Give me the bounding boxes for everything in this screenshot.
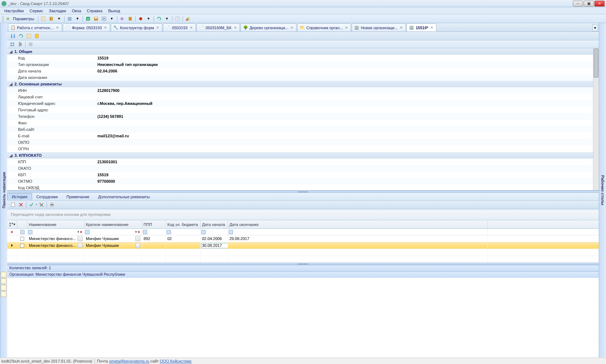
tab-neworg[interactable]: 🏢Новая организаци...✕ <box>352 23 406 31</box>
group-panel[interactable]: Перетащите сюда заголовок колонки для гр… <box>7 210 599 220</box>
cell-lookup-button[interactable] <box>135 236 140 241</box>
refresh-button[interactable] <box>17 32 25 40</box>
scroll-thumb[interactable] <box>594 49 598 77</box>
pg-row[interactable]: Телефон(1234) 567891 <box>7 113 599 120</box>
strip-icon-1[interactable] <box>1 272 6 278</box>
cell-lookup-button[interactable] <box>135 243 140 248</box>
tool-chart-icon[interactable] <box>184 15 192 22</box>
tab-close-icon[interactable]: ✕ <box>344 26 348 30</box>
tool-db-icon[interactable] <box>127 15 134 22</box>
tool-refresh-icon[interactable] <box>155 15 163 22</box>
table-row[interactable] <box>7 256 599 263</box>
filter-icon[interactable] <box>85 230 89 234</box>
new-button[interactable] <box>9 201 17 208</box>
filter-icon[interactable] <box>229 230 233 234</box>
tool-13[interactable]: ▾ <box>163 15 171 22</box>
filter-icon[interactable] <box>167 230 171 234</box>
tab-tree[interactable]: 🌳Дерево организаци...✕ <box>241 23 297 31</box>
tab-doc1[interactable]: 📄0503193✕ <box>163 23 196 31</box>
prop-value[interactable]: 213001001 <box>97 160 599 164</box>
tool-excel-icon[interactable]: X <box>84 15 92 22</box>
print-button[interactable] <box>48 201 56 208</box>
col-selector-button[interactable]: ▾ <box>7 220 17 228</box>
list-button[interactable] <box>25 32 32 40</box>
col-dend[interactable]: Дата окончания <box>228 220 488 228</box>
row-checkbox[interactable] <box>20 244 24 248</box>
col-short[interactable]: Краткое наименование <box>84 220 142 228</box>
strip-icon-4[interactable] <box>1 291 6 297</box>
pg-row[interactable]: ОКАТО <box>7 165 599 172</box>
collapse-icon[interactable]: ◢ <box>9 49 13 54</box>
tool-save-icon[interactable] <box>92 15 100 22</box>
pg-row[interactable]: E-mailmail123@mail.ru <box>7 133 599 139</box>
prop-value[interactable]: (1234) 567891 <box>97 114 599 119</box>
pg-section-header[interactable]: ◢2. Основные реквизиты <box>7 81 599 87</box>
col-ppp[interactable]: ППП <box>142 220 166 228</box>
close-button[interactable]: ✕ <box>594 1 605 6</box>
prop-value[interactable]: Неизвестный тип организации <box>97 62 599 67</box>
date-start-input[interactable] <box>201 243 228 248</box>
strip-icon-3[interactable] <box>1 285 6 290</box>
toolbar-grip[interactable] <box>2 16 4 22</box>
prop-value[interactable]: г.Москва, пер.Авиационный <box>97 101 599 106</box>
tab-history[interactable]: История <box>7 193 32 200</box>
tab-report[interactable]: 📋Работа с отчетнос...✕ <box>8 23 62 31</box>
tool-7[interactable] <box>100 15 107 22</box>
pg-row[interactable]: Лицевой счет <box>7 94 599 100</box>
nav-panel-collapsed[interactable]: Панель навигации <box>0 23 7 358</box>
tool-11[interactable]: ▾ <box>145 15 152 22</box>
prop-value[interactable]: 2128017900 <box>97 88 599 93</box>
save-button[interactable] <box>9 32 17 40</box>
maximize-button[interactable]: ▣ <box>584 1 594 6</box>
collapse-icon[interactable]: ◢ <box>9 153 13 158</box>
tab-close-icon[interactable]: ✕ <box>155 26 160 30</box>
tool-record-icon[interactable] <box>137 15 144 22</box>
pg-row[interactable]: Факс <box>7 120 599 126</box>
delete-button[interactable] <box>17 201 25 208</box>
pg-row[interactable]: Код ОКВЭД <box>7 185 599 191</box>
pg-section-header[interactable]: ◢3. КПП/ОКАТО <box>7 152 599 159</box>
pg-row[interactable]: Юридический адресг.Москва, пер.Авиационн… <box>7 100 599 107</box>
prop-value[interactable]: 15519 <box>97 56 599 60</box>
tab-15519[interactable]: 🏢15519*✕ <box>407 23 436 31</box>
categorized-view-button[interactable] <box>9 41 16 48</box>
tool-3[interactable]: ▾ <box>56 15 63 22</box>
prop-value[interactable]: 15519 <box>97 173 599 177</box>
pg-row[interactable]: КБП15519 <box>7 172 599 178</box>
menu-exit[interactable]: Выход <box>105 8 123 14</box>
scrollbar[interactable] <box>593 48 599 190</box>
clear-filter-icon[interactable]: ✖ <box>80 230 83 234</box>
tool-1[interactable] <box>40 15 47 22</box>
prop-value[interactable]: mail123@mail.ru <box>97 134 599 138</box>
table-row[interactable]: Министерство финансо... Минфин Чувашии 8… <box>7 235 599 242</box>
table-row[interactable] <box>7 249 599 256</box>
props-button[interactable] <box>27 41 34 48</box>
tab-form[interactable]: 📄Форма: 0503193✕ <box>63 23 110 31</box>
tab-close-icon[interactable]: ✕ <box>189 26 193 30</box>
doc-button[interactable] <box>33 32 40 40</box>
tool-list-icon[interactable] <box>174 15 181 22</box>
prop-value[interactable]: 02.04.2006 <box>97 69 599 73</box>
strip-icon-2[interactable] <box>1 278 6 284</box>
filter-icon[interactable] <box>20 230 25 234</box>
menu-settings[interactable]: Настройки <box>1 8 27 14</box>
tool-4[interactable] <box>66 15 73 22</box>
desktops-panel-collapsed[interactable]: Рабочие столы <box>599 23 606 358</box>
tab-close-icon[interactable]: ✕ <box>430 26 434 30</box>
pg-row[interactable]: Дата начала02.04.2006 <box>7 68 599 74</box>
col-name[interactable]: Наименование <box>27 220 84 228</box>
prop-value[interactable]: 97700000 <box>97 179 599 183</box>
tool-5[interactable]: ▾ <box>74 15 81 22</box>
tab-doc2[interactable]: 📄0503169M_БК✕ <box>197 23 240 31</box>
tab-close-icon[interactable]: ✕ <box>233 26 237 30</box>
tab-employees[interactable]: Сотрудники <box>32 194 62 200</box>
pg-row[interactable]: КПП213001001 <box>7 159 599 165</box>
tab-builder[interactable]: 🔧Конструктор форм✕ <box>111 23 162 31</box>
tab-close-icon[interactable]: ✕ <box>290 26 294 30</box>
tab-extra[interactable]: Дополнительные реквизиты <box>94 194 154 200</box>
clear-filter-icon[interactable]: ✖ <box>10 230 14 234</box>
tab-close-icon[interactable]: ✕ <box>55 26 60 30</box>
tool-2[interactable] <box>48 15 55 22</box>
alpha-sort-button[interactable]: AZ <box>17 41 24 48</box>
pg-row[interactable]: Почтовый адрес <box>7 107 599 113</box>
